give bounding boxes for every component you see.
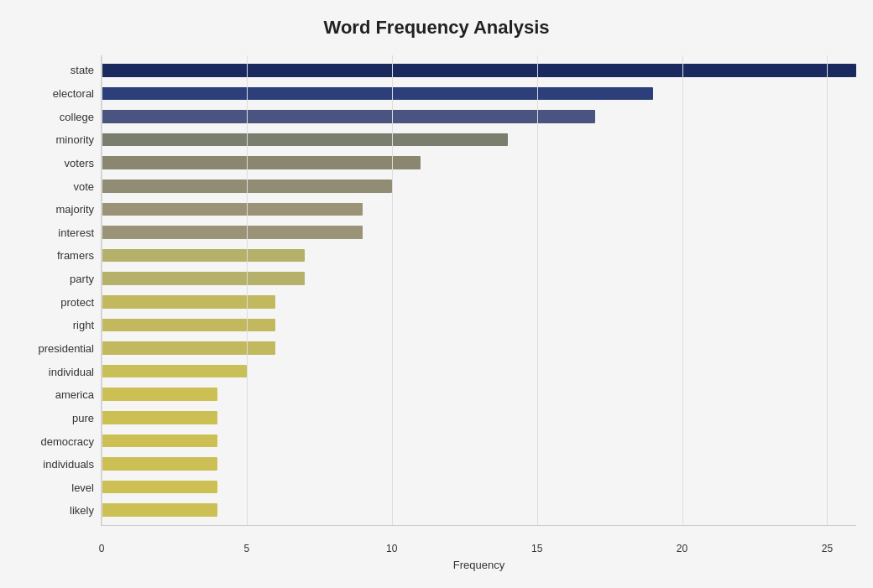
bar	[102, 110, 595, 123]
bar	[102, 133, 508, 147]
bar	[102, 341, 275, 355]
chart-title: Word Frequency Analysis	[17, 17, 856, 39]
bar	[102, 365, 247, 378]
y-label: framers	[57, 250, 94, 261]
y-label: likely	[70, 505, 94, 516]
bar-row	[102, 360, 856, 382]
bar	[102, 434, 217, 448]
y-label: electoral	[53, 88, 94, 99]
y-label: state	[71, 65, 94, 75]
bar-row	[102, 244, 856, 266]
bar-row	[102, 128, 856, 150]
bar	[102, 64, 856, 77]
bar-row	[102, 152, 856, 174]
bar-row	[102, 383, 856, 405]
bar	[102, 503, 217, 517]
bar-row	[102, 407, 856, 429]
bar-row	[102, 453, 856, 475]
bar	[102, 411, 217, 424]
x-tick-label: 25	[822, 543, 833, 554]
y-label: democracy	[40, 436, 94, 447]
bar	[102, 319, 275, 332]
bar-row	[102, 60, 856, 81]
x-tick-label: 0	[99, 543, 105, 554]
y-label: america	[55, 389, 94, 400]
bar	[102, 295, 275, 309]
y-label: voters	[65, 158, 94, 169]
bar-row	[102, 429, 856, 451]
bar	[102, 203, 363, 216]
bar-row	[102, 106, 856, 127]
y-label: interest	[58, 227, 94, 238]
bar-row	[102, 198, 856, 220]
y-label: minority	[55, 134, 94, 145]
bar	[102, 249, 305, 263]
y-label: majority	[55, 204, 94, 215]
y-label: protect	[60, 297, 94, 308]
chart-area: stateelectoralcollegeminorityvotersvotem…	[17, 55, 856, 526]
bar	[102, 272, 305, 285]
y-label: pure	[72, 413, 94, 424]
bar	[102, 156, 421, 169]
y-label: individual	[49, 367, 94, 377]
bar-row	[102, 337, 856, 359]
y-label: individuals	[43, 459, 94, 470]
y-label: presidential	[39, 343, 95, 354]
y-label: level	[71, 482, 94, 493]
x-tick-label: 5	[244, 543, 250, 554]
bar	[102, 87, 653, 101]
x-tick-label: 20	[677, 543, 687, 554]
bar	[102, 226, 363, 239]
y-axis: stateelectoralcollegeminorityvotersvotem…	[17, 55, 101, 526]
y-label: vote	[73, 181, 94, 192]
x-axis-label: Frequency	[102, 559, 856, 571]
bar	[102, 457, 217, 471]
y-label: party	[70, 273, 94, 284]
bar-row	[102, 476, 856, 497]
bar-row	[102, 221, 856, 243]
y-label: college	[60, 112, 94, 122]
chart-container: Word Frequency Analysis stateelectoralco…	[0, 0, 873, 588]
x-tick-label: 15	[531, 543, 542, 554]
bars-area: 0510152025 Frequency	[101, 55, 856, 526]
bar-row	[102, 291, 856, 313]
x-tick-label: 10	[386, 543, 397, 554]
bar-row	[102, 82, 856, 104]
bar-row	[102, 499, 856, 521]
bar-row	[102, 175, 856, 197]
bar	[102, 388, 217, 401]
bar-row	[102, 314, 856, 336]
bar-row	[102, 268, 856, 289]
bar	[102, 481, 217, 494]
bar	[102, 180, 392, 193]
y-label: right	[73, 320, 94, 330]
